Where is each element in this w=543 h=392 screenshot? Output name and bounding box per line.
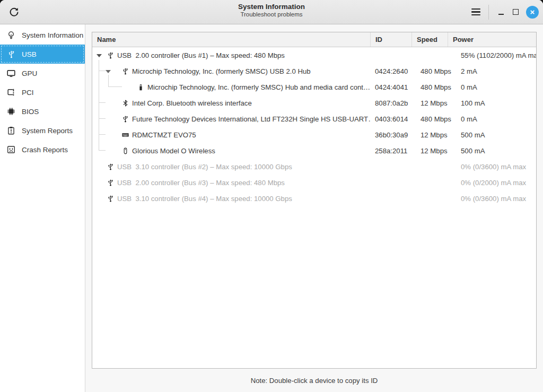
close-button[interactable]: ×	[526, 6, 539, 19]
usb-icon	[107, 178, 115, 187]
device-id: 36b0:30a9	[371, 131, 416, 139]
column-header-id[interactable]: ID	[371, 32, 412, 47]
minimize-icon	[498, 14, 504, 15]
sidebar-item-system-reports[interactable]: System Reports	[0, 121, 85, 140]
device-id: 258a:2011	[371, 147, 416, 155]
device-name: USB 2.00 controller (Bus #3) – Max speed…	[117, 179, 285, 187]
usb-icon	[121, 67, 129, 75]
minimize-button[interactable]	[497, 7, 505, 17]
device-name: RDMCTMZT EVO75	[132, 131, 196, 139]
sidebar-item-label: System Reports	[22, 127, 73, 135]
device-power: 2 mA	[457, 67, 536, 75]
column-header-power[interactable]: Power	[448, 32, 536, 47]
table-row[interactable]: USB 2.00 controller (Bus #3) – Max speed…	[92, 175, 536, 190]
content-area: Name ID Speed Power	[85, 24, 543, 392]
device-id: 8087:0a2b	[371, 99, 416, 107]
device-name: Intel Corp. Bluetooth wireless interface	[132, 99, 252, 107]
column-header-speed[interactable]: Speed	[412, 32, 448, 47]
device-speed: 480 Mbps	[416, 83, 457, 91]
table-row[interactable]: Glorious Model O Wireless 258a:2011 12 M…	[92, 143, 536, 159]
pci-card-icon	[6, 88, 16, 97]
sidebar-item-label: System Information	[22, 31, 83, 39]
device-power: 500 mA	[457, 131, 536, 139]
table-row[interactable]: USB 3.10 controller (Bus #4) – Max speed…	[92, 190, 536, 206]
chip-icon	[6, 107, 16, 116]
sidebar-item-label: PCI	[22, 89, 34, 97]
expander-icon[interactable]	[104, 69, 112, 73]
device-speed: 12 Mbps	[416, 147, 457, 155]
table-row[interactable]: Microchip Technology, Inc. (formerly SMS…	[92, 63, 536, 79]
app-window: System Information Troubleshoot problems…	[0, 0, 543, 392]
usb-icon	[107, 51, 115, 59]
keyboard-icon	[121, 130, 129, 139]
monitor-icon	[6, 68, 16, 78]
table-row[interactable]: Microchip Technology, Inc. (formerly SMS…	[92, 79, 536, 95]
column-header-name[interactable]: Name	[92, 32, 371, 47]
device-power: 0% (0/3600) mA max	[457, 195, 536, 203]
flash-drive-icon	[137, 83, 145, 91]
device-power: 0% (0/2000) mA max	[457, 179, 536, 187]
sidebar-item-pci[interactable]: PCI	[0, 83, 85, 102]
maximize-icon	[513, 9, 519, 15]
sidebar-item-bios[interactable]: BIOS	[0, 102, 85, 121]
device-name: Glorious Model O Wireless	[132, 147, 215, 155]
close-icon: ×	[530, 8, 535, 16]
maximize-button[interactable]	[511, 8, 520, 16]
device-name: USB 2.00 controller (Bus #1) – Max speed…	[117, 51, 285, 59]
titlebar-separator	[488, 5, 489, 20]
usb-icon	[107, 194, 115, 203]
titlebar: System Information Troubleshoot problems…	[0, 0, 543, 24]
sidebar-item-usb[interactable]: USB	[0, 45, 85, 64]
expander-icon[interactable]	[95, 53, 103, 57]
device-name: Microchip Technology, Inc. (formerly SMS…	[132, 67, 311, 75]
device-name: Microchip Technology, Inc. (formerly SMS…	[147, 83, 370, 91]
device-speed: 12 Mbps	[416, 99, 457, 107]
device-power: 0 mA	[457, 83, 536, 91]
device-power: 100 mA	[457, 99, 536, 107]
table-row[interactable]: Future Technology Devices International,…	[92, 111, 536, 127]
device-id: 0424:4041	[371, 83, 416, 91]
device-speed: 480 Mbps	[416, 115, 457, 123]
sidebar-item-gpu[interactable]: GPU	[0, 64, 85, 83]
menu-icon	[471, 8, 480, 10]
device-name: Future Technology Devices International,…	[132, 115, 371, 123]
table-row[interactable]: Intel Corp. Bluetooth wireless interface…	[92, 95, 536, 111]
window-subtitle: Troubleshoot problems	[0, 11, 543, 18]
sidebar: System Information USB GPU PCI BIOS Syst…	[0, 24, 85, 392]
window-title: System Information	[0, 3, 543, 11]
table-header: Name ID Speed Power	[92, 32, 536, 47]
sidebar-item-crash-reports[interactable]: Crash Reports	[0, 140, 85, 159]
refresh-button[interactable]	[7, 5, 21, 19]
device-power: 0% (0/3600) mA max	[457, 163, 536, 171]
sad-face-icon	[6, 145, 16, 154]
sidebar-item-label: USB	[22, 50, 37, 58]
refresh-icon	[8, 6, 20, 18]
table-row[interactable]: USB 3.10 controller (Bus #2) – Max speed…	[92, 159, 536, 175]
lightbulb-icon	[6, 30, 16, 40]
menu-button[interactable]	[470, 6, 481, 18]
usb-icon	[121, 115, 129, 123]
sidebar-item-label: BIOS	[22, 108, 39, 116]
device-id: 0403:6014	[371, 115, 416, 123]
sidebar-item-system-information[interactable]: System Information	[0, 25, 85, 45]
device-speed: 12 Mbps	[416, 131, 457, 139]
device-name: USB 3.10 controller (Bus #4) – Max speed…	[117, 195, 292, 203]
usb-icon	[107, 162, 115, 171]
bluetooth-icon	[121, 99, 129, 107]
device-power: 500 mA	[457, 147, 536, 155]
table-row[interactable]: USB 2.00 controller (Bus #1) – Max speed…	[92, 47, 536, 63]
table-row[interactable]: RDMCTMZT EVO75 36b0:30a9 12 Mbps 500 mA	[92, 127, 536, 143]
usb-device-table: Name ID Speed Power	[92, 32, 537, 369]
device-power: 0 mA	[457, 115, 536, 123]
clipboard-icon	[6, 126, 16, 135]
sidebar-item-label: Crash Reports	[22, 146, 68, 154]
device-power: 55% (1102/2000) mA max	[457, 51, 536, 59]
device-speed: 480 Mbps	[416, 67, 457, 75]
device-name: USB 3.10 controller (Bus #2) – Max speed…	[117, 163, 292, 171]
sidebar-item-label: GPU	[22, 69, 37, 77]
mouse-icon	[121, 146, 129, 155]
device-id: 0424:2640	[371, 67, 416, 75]
usb-icon	[6, 49, 16, 59]
footer-note: Note: Double-click a device to copy its …	[92, 369, 537, 392]
